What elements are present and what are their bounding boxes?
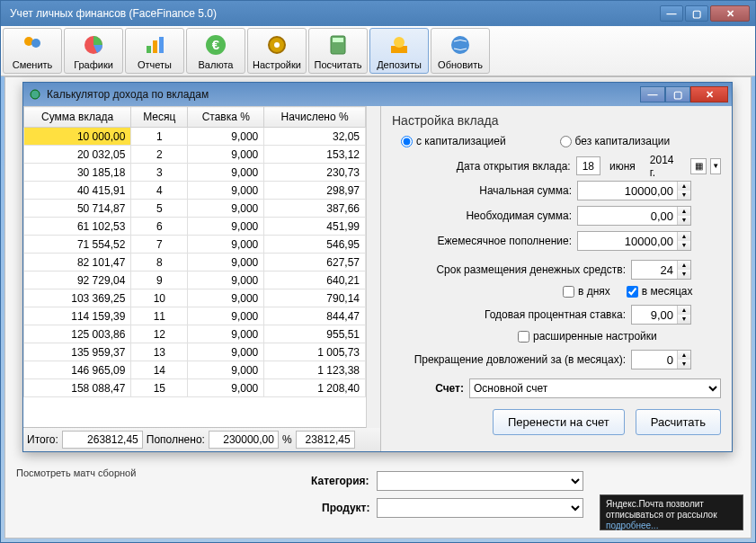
vertical-scrollbar[interactable] [366,106,380,428]
transfer-button[interactable]: Перенести на счет [493,409,625,435]
table-row[interactable]: 125 003,86129,000955,51 [24,325,366,343]
toolbar-calculator[interactable]: Посчитать [308,28,368,74]
table-cell: 135 959,37 [24,343,131,361]
spin-up[interactable]: ▲ [678,207,690,216]
column-header[interactable]: Месяц [131,107,188,128]
table-cell: 71 554,52 [24,236,131,254]
table-row[interactable]: 30 185,1839,000230,73 [24,164,366,182]
minimize-button[interactable]: — [660,5,683,22]
main-title: Учет личных финансов (FaceFinance 5.0) [6,7,660,20]
date-picker[interactable]: 18 июня 2014 г. ▦ ▼ [576,156,721,175]
checkbox-extended[interactable]: расширенные настройки [518,330,657,343]
monthly-replenish-input[interactable]: ▲▼ [577,231,691,251]
radio-nocap-input[interactable] [560,136,572,147]
date-month[interactable]: июня [604,156,641,175]
account-select[interactable]: Основной счет [469,378,721,398]
column-header[interactable]: Сумма вклада [24,107,131,128]
required-sum-field[interactable] [578,209,677,223]
deposit-calculator-dialog: Калькулятор дохода по вкладам — ▢ ✕ Сумм… [22,82,733,452]
spin-down[interactable]: ▼ [678,270,690,279]
table-row[interactable]: 20 032,0529,000153,12 [24,146,366,164]
spin-down[interactable]: ▼ [678,241,690,250]
spin-down[interactable]: ▼ [678,360,690,369]
spin-up[interactable]: ▲ [678,182,690,191]
term-field[interactable] [632,263,677,277]
table-row[interactable]: 82 101,4789,000627,57 [24,254,366,272]
date-dropdown-icon[interactable]: ▼ [710,158,721,174]
table-cell: 2 [131,146,188,164]
radio-capitalization[interactable]: с капитализацией [401,135,506,147]
maximize-button[interactable]: ▢ [685,5,708,22]
radio-cap-input[interactable] [401,136,413,147]
category-select[interactable] [377,471,583,491]
toolbar-chart-pie[interactable]: Графики [64,28,123,74]
table-cell: 10 [131,289,188,307]
term-input[interactable]: ▲▼ [631,260,691,280]
dialog-close-button[interactable]: ✕ [690,86,728,102]
table-cell: 230,73 [264,164,366,182]
total-label: Итого: [27,433,58,446]
rate-input[interactable]: ▲▼ [631,305,691,325]
spin-up[interactable]: ▲ [678,351,690,360]
gear-icon [264,32,289,58]
notif-more-link[interactable]: подробнее... [606,521,737,531]
toolbar-chart-bar[interactable]: Отчеты [125,28,184,74]
table-cell: 1 [131,128,188,146]
table-row[interactable]: 40 415,9149,000298,97 [24,182,366,200]
stop-field[interactable] [632,353,677,367]
table-row[interactable]: 50 714,8759,000387,66 [24,200,366,218]
checkbox-days[interactable]: в днях [563,285,610,298]
toolbar-globe-refresh[interactable]: Обновить [431,28,490,74]
table-row[interactable]: 158 088,47159,0001 208,40 [24,379,366,397]
dialog-icon [27,88,43,101]
dialog-minimize-button[interactable]: — [640,86,665,102]
table-row[interactable]: 61 102,5369,000451,99 [24,218,366,236]
svg-point-9 [274,42,280,48]
results-table-wrap[interactable]: Сумма вкладаМесяцСтавка %Начислено % 10 … [23,106,366,428]
calendar-icon[interactable]: ▦ [690,158,707,174]
table-row[interactable]: 146 965,09149,0001 123,38 [24,361,366,379]
table-row[interactable]: 135 959,37139,0001 005,73 [24,343,366,361]
toolbar-euro[interactable]: €Валюта [186,28,245,74]
rate-field[interactable] [632,308,677,322]
table-row[interactable]: 103 369,25109,000790,14 [24,289,366,307]
spin-down[interactable]: ▼ [678,216,690,225]
initial-sum-input[interactable]: ▲▼ [577,181,691,200]
stop-input[interactable]: ▲▼ [631,350,691,369]
globe-refresh-icon [448,32,473,58]
required-sum-label: Необходимая сумма: [392,209,572,222]
table-row[interactable]: 114 159,39119,000844,47 [24,307,366,325]
product-select[interactable] [377,498,583,518]
required-sum-input[interactable]: ▲▼ [577,206,691,226]
toolbar-users[interactable]: Сменить [3,28,62,74]
calculate-button[interactable]: Расчитать [636,409,721,435]
table-cell: 7 [131,236,188,254]
table-row[interactable]: 92 729,0499,000640,21 [24,272,366,289]
close-button[interactable]: ✕ [710,5,750,22]
dialog-maximize-button[interactable]: ▢ [665,86,690,102]
date-year[interactable]: 2014 г. [645,156,688,175]
table-row[interactable]: 71 554,5279,000546,95 [24,236,366,254]
initial-sum-field[interactable] [578,184,677,198]
svg-rect-11 [333,38,343,42]
spin-up[interactable]: ▲ [678,261,690,270]
monthly-replenish-field[interactable] [578,235,677,248]
table-cell: 15 [131,379,188,397]
main-toolbar: СменитьГрафикиОтчеты€ВалютаНастройкиПосч… [1,26,755,76]
date-day[interactable]: 18 [576,156,600,175]
radio-no-capitalization[interactable]: без капитализации [560,135,671,147]
toolbar-gear[interactable]: Настройки [247,28,307,74]
spin-down[interactable]: ▼ [678,315,690,324]
toolbar-deposit[interactable]: Депозиты [369,28,429,74]
table-row[interactable]: 10 000,0019,00032,05 [24,128,366,146]
settings-title: Настройка вклада [392,113,721,128]
results-footer: Итого: 263812,45 Пополнено: 230000,00 % … [23,428,380,451]
spin-up[interactable]: ▲ [678,232,690,241]
column-header[interactable]: Начислено % [264,107,366,128]
column-header[interactable]: Ставка % [188,107,264,128]
notification-toast[interactable]: Яндекс.Почта позволит отписываться от ра… [600,494,743,530]
spin-up[interactable]: ▲ [678,306,690,315]
table-cell: 387,66 [264,200,366,218]
checkbox-months[interactable]: в месяцах [627,285,693,298]
spin-down[interactable]: ▼ [678,191,690,200]
